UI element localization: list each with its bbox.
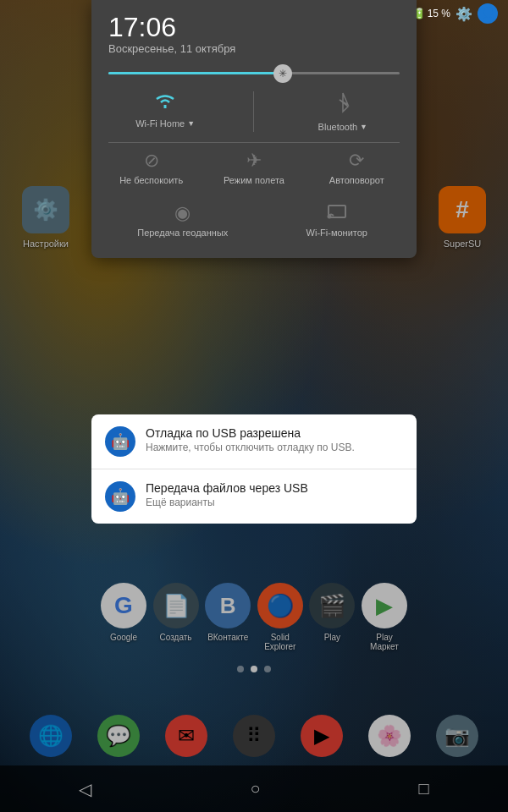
notification-cards: 🤖 Отладка по USB разрешена Нажмите, чтоб… (91, 414, 417, 524)
status-bar: 🔋 15 % ⚙️ 👤 (0, 0, 508, 27)
brightness-control[interactable]: ✳ (91, 62, 417, 85)
qs-tile-autorotate[interactable]: ⟳ Автоповорот (314, 143, 399, 192)
qs-wifi-label: Wi-Fi Home ▼ (135, 118, 195, 129)
brightness-icon: ✳ (279, 68, 287, 80)
qs-divider-v (253, 91, 254, 132)
usb-debug-notification[interactable]: 🤖 Отладка по USB разрешена Нажмите, чтоб… (91, 414, 417, 469)
autorotate-icon: ⟳ (349, 150, 364, 172)
usb-transfer-notification[interactable]: 🤖 Передача файлов через USB Ещё варианты (91, 469, 417, 524)
qs-dnd-label: Не беспокоить (119, 175, 183, 185)
usb-transfer-icon: 🤖 (105, 481, 135, 512)
usb-debug-subtitle: Нажмите, чтобы отключить отладку по USB. (146, 442, 403, 453)
usb-transfer-subtitle: Ещё варианты (146, 497, 403, 508)
qs-airplane-label: Режим полета (224, 175, 284, 185)
svg-point-1 (328, 216, 330, 218)
usb-transfer-content: Передача файлов через USB Ещё варианты (146, 481, 403, 508)
quick-settings-panel: Wi-Fi Home ▼ Bluetooth ▼ (91, 85, 417, 258)
qs-row-3: ◉ Передача геоданных Wi-Fi-монитор (100, 195, 408, 244)
brightness-track[interactable]: ✳ (108, 72, 400, 74)
cast-icon (327, 202, 347, 224)
qs-location-label: Передача геоданных (137, 228, 228, 238)
qs-tile-airplane[interactable]: ✈ Режим полета (212, 143, 296, 192)
qs-wifimonitor-label: Wi-Fi-монитор (306, 228, 367, 238)
qs-row-2: ⊘ Не беспокоить ✈ Режим полета ⟳ Автопов… (100, 143, 408, 192)
brightness-fill (108, 72, 283, 74)
dnd-icon: ⊘ (144, 150, 159, 172)
usb-transfer-title: Передача файлов через USB (146, 481, 403, 495)
notification-shade: 17:06 Воскресенье, 11 октября ✳ (91, 0, 417, 258)
battery-level: 15 % (428, 8, 450, 19)
bluetooth-icon (334, 91, 351, 118)
qs-tile-bluetooth[interactable]: Bluetooth ▼ (301, 85, 385, 139)
usb-debug-content: Отладка по USB разрешена Нажмите, чтобы … (146, 426, 403, 453)
usb-debug-title: Отладка по USB разрешена (146, 426, 403, 440)
avatar-icon: 👤 (481, 7, 495, 20)
qs-row-1: Wi-Fi Home ▼ Bluetooth ▼ (100, 85, 408, 139)
usb-debug-icon: 🤖 (105, 426, 135, 457)
qs-tile-location[interactable]: ◉ Передача геоданных (129, 195, 236, 244)
qs-autorotate-label: Автоповорот (329, 175, 384, 185)
account-avatar[interactable]: 👤 (478, 3, 498, 24)
wifi-icon (153, 91, 177, 115)
battery-icon: 🔋 (413, 8, 426, 19)
battery-indicator: 🔋 15 % (413, 8, 450, 19)
qs-tile-dnd[interactable]: ⊘ Не беспокоить (109, 143, 194, 192)
qs-tile-wifimonitor[interactable]: Wi-Fi-монитор (295, 195, 379, 244)
brightness-thumb[interactable]: ✳ (273, 64, 292, 83)
qs-tile-wifi[interactable]: Wi-Fi Home ▼ (123, 85, 207, 139)
shade-date: Воскресенье, 11 октября (108, 42, 400, 55)
airplane-icon: ✈ (246, 150, 262, 172)
settings-status-icon[interactable]: ⚙️ (456, 6, 472, 22)
qs-bluetooth-label: Bluetooth ▼ (318, 122, 367, 132)
location-icon: ◉ (174, 202, 190, 224)
